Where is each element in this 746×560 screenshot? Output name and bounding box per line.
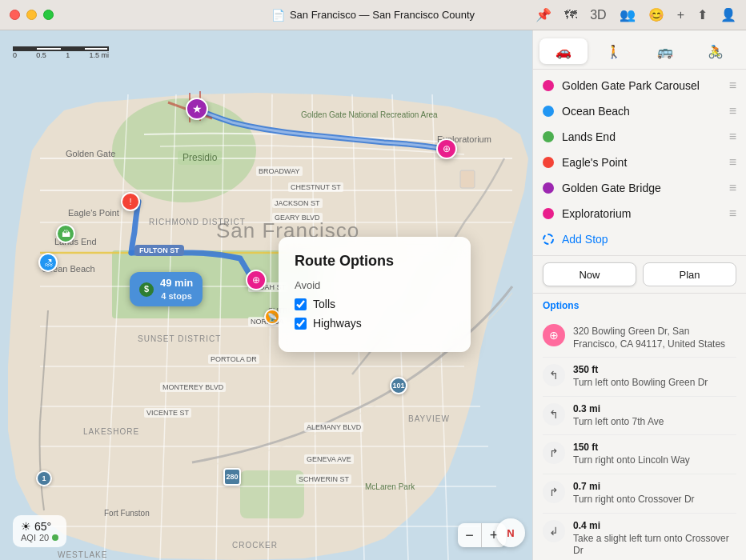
svg-rect-26 bbox=[460, 170, 475, 188]
drag-handle-gg-bridge[interactable]: ≡ bbox=[729, 181, 736, 195]
waypoint-lands-end[interactable]: 🏔 bbox=[56, 224, 75, 243]
highway-280-marker: 280 bbox=[223, 468, 241, 486]
direction-icon-5: ↲ bbox=[543, 520, 565, 542]
stop-item-eagles-point[interactable]: Eagle's Point ≡ bbox=[533, 150, 746, 175]
options-section: Options ⊕ 320 Bowling Green Dr, San Fran… bbox=[533, 294, 746, 560]
direction-icon-3: ↱ bbox=[543, 442, 565, 464]
stop-dot-eagles-point bbox=[543, 157, 554, 168]
add-stop-label: Add Stop bbox=[562, 233, 608, 246]
direction-desc-3: Turn right onto Lincoln Way bbox=[573, 454, 736, 467]
scale-1: 1 bbox=[66, 51, 70, 59]
map-icon[interactable]: 🗺 bbox=[564, 8, 577, 22]
scale-0.5: 0.5 bbox=[36, 51, 46, 59]
map-container[interactable]: 0 0.5 1 1.5 mi Golden Gate Presidio Gold… bbox=[0, 30, 532, 560]
compass[interactable]: N bbox=[496, 518, 525, 547]
now-button[interactable]: Now bbox=[543, 262, 636, 286]
stop-dot-lands-end bbox=[543, 131, 554, 142]
drive-tab[interactable]: 🚗 bbox=[539, 38, 588, 64]
direction-dist-1: 350 ft bbox=[573, 364, 736, 375]
highways-checkbox[interactable] bbox=[295, 318, 307, 330]
traffic-lights bbox=[10, 10, 54, 20]
drag-handle-exploratorium[interactable]: ≡ bbox=[729, 206, 736, 221]
transport-tabs: 🚗 🚶 🚌 🚴 bbox=[533, 30, 746, 70]
stop-item-carousel[interactable]: Golden Gate Park Carousel ≡ bbox=[533, 73, 746, 98]
minimize-button[interactable] bbox=[26, 10, 37, 20]
direction-item-3[interactable]: ↱ 150 ft Turn right onto Lincoln Way bbox=[543, 435, 736, 474]
add-button[interactable]: + bbox=[677, 8, 684, 22]
add-stop-icon bbox=[543, 234, 554, 245]
waypoint-eagles-point[interactable]: ! bbox=[121, 192, 140, 211]
sidebar: ✕ 🚗 🚶 🚌 🚴 Golden Gate Park Carousel ≡ Oc… bbox=[532, 30, 746, 560]
window-title: 📄 San Francisco — San Francisco County bbox=[271, 9, 475, 22]
scale-0: 0 bbox=[13, 51, 17, 59]
stop-name-gg-bridge: Golden Gate Bridge bbox=[562, 182, 721, 194]
route-time: 49 min bbox=[160, 277, 193, 290]
aqi-indicator bbox=[52, 534, 58, 541]
close-button[interactable] bbox=[10, 10, 20, 20]
stop-item-exploratorium[interactable]: Exploratorium ≡ bbox=[533, 201, 746, 226]
document-icon: 📄 bbox=[271, 9, 285, 22]
avoid-label: Avoid bbox=[295, 279, 455, 291]
titlebar: 📄 San Francisco — San Francisco County 📌… bbox=[0, 0, 746, 30]
direction-item-1[interactable]: ↰ 350 ft Turn left onto Bowling Green Dr bbox=[543, 358, 736, 397]
fulton-st-label: FULTON ST bbox=[134, 245, 184, 256]
now-plan-row: Now Plan bbox=[533, 256, 746, 294]
stop-dot-ocean-beach bbox=[543, 106, 554, 117]
drag-handle-lands-end[interactable]: ≡ bbox=[729, 130, 736, 144]
svg-point-2 bbox=[112, 98, 256, 202]
direction-item-2[interactable]: ↰ 0.3 mi Turn left onto 7th Ave bbox=[543, 397, 736, 436]
waypoint-golden-gate-bridge[interactable]: ★ bbox=[186, 98, 208, 120]
stop-item-gg-bridge[interactable]: Golden Gate Bridge ≡ bbox=[533, 175, 746, 201]
highway-1-marker: 1 bbox=[36, 470, 52, 486]
highways-row[interactable]: Highways bbox=[295, 317, 455, 330]
tolls-label: Tolls bbox=[313, 298, 335, 310]
direction-dist-2: 0.3 mi bbox=[573, 403, 736, 414]
tolls-row[interactable]: Tolls bbox=[295, 298, 455, 310]
direction-dist-5: 0.4 mi bbox=[573, 520, 736, 531]
route-time-badge[interactable]: $ 49 min 4 stops bbox=[130, 272, 203, 306]
route-options-popup: Route Options Avoid Tolls Highways bbox=[279, 237, 471, 352]
stops-list: Golden Gate Park Carousel ≡ Ocean Beach … bbox=[533, 70, 746, 256]
direction-icon-0: ⊕ bbox=[543, 324, 565, 346]
direction-dist-4: 0.7 mi bbox=[573, 481, 736, 492]
drag-handle-ocean-beach[interactable]: ≡ bbox=[729, 104, 736, 118]
account-icon[interactable]: 👤 bbox=[720, 7, 736, 22]
drag-handle-carousel[interactable]: ≡ bbox=[729, 78, 736, 93]
direction-item-4[interactable]: ↱ 0.7 mi Turn right onto Crossover Dr bbox=[543, 474, 736, 514]
stop-dot-gg-bridge bbox=[543, 182, 554, 194]
toll-icon: $ bbox=[139, 282, 154, 297]
stop-item-ocean-beach[interactable]: Ocean Beach ≡ bbox=[533, 98, 746, 124]
3d-button[interactable]: 3D bbox=[590, 8, 606, 22]
walk-tab[interactable]: 🚶 bbox=[591, 38, 639, 64]
direction-desc-1: Turn left onto Bowling Green Dr bbox=[573, 377, 736, 390]
direction-item-0[interactable]: ⊕ 320 Bowling Green Dr, San Francisco, C… bbox=[543, 318, 736, 358]
pin-icon[interactable]: 📌 bbox=[535, 7, 551, 22]
toolbar: 📌 🗺 3D 👥 😊 + ⬆ 👤 bbox=[535, 7, 736, 22]
direction-desc-2: Turn left onto 7th Ave bbox=[573, 416, 736, 429]
stop-name-eagles-point: Eagle's Point bbox=[562, 156, 721, 169]
plan-button[interactable]: Plan bbox=[643, 262, 736, 286]
bike-tab[interactable]: 🚴 bbox=[692, 38, 740, 64]
waypoint-carousel[interactable]: ⊕ bbox=[246, 270, 267, 290]
drag-handle-eagles-point[interactable]: ≡ bbox=[729, 155, 736, 170]
stop-dot-carousel bbox=[543, 80, 554, 91]
share-icon[interactable]: ⬆ bbox=[697, 7, 708, 22]
waypoint-ocean-beach[interactable]: 🏖 bbox=[38, 253, 58, 272]
stop-item-lands-end[interactable]: Lands End ≡ bbox=[533, 124, 746, 150]
zoom-out-button[interactable]: − bbox=[458, 523, 482, 547]
direction-desc-5: Take a slight left turn onto Crossover D… bbox=[573, 533, 736, 558]
emoji-icon[interactable]: 😊 bbox=[648, 7, 664, 22]
fullscreen-button[interactable] bbox=[43, 10, 54, 20]
waypoint-exploratorium[interactable]: ⊕ bbox=[436, 138, 457, 159]
stop-name-exploratorium: Exploratorium bbox=[562, 207, 721, 220]
aqi-display: AQI 20 bbox=[21, 533, 58, 542]
transit-tab[interactable]: 🚌 bbox=[641, 38, 689, 64]
direction-item-5[interactable]: ↲ 0.4 mi Take a slight left turn onto Cr… bbox=[543, 514, 736, 560]
people-icon[interactable]: 👥 bbox=[620, 7, 636, 22]
direction-desc-4: Turn right onto Crossover Dr bbox=[573, 494, 736, 506]
tolls-checkbox[interactable] bbox=[295, 298, 307, 310]
highways-label: Highways bbox=[313, 317, 362, 330]
direction-icon-1: ↰ bbox=[543, 364, 565, 386]
sutro-tower-icon: 📡 bbox=[264, 309, 280, 325]
add-stop-row[interactable]: Add Stop bbox=[533, 226, 746, 252]
